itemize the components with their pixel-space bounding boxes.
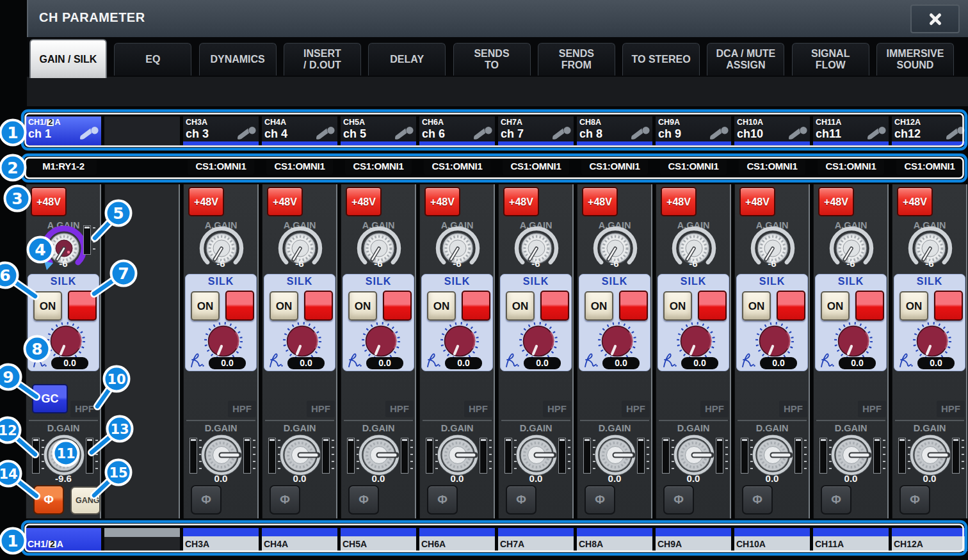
channel-name-box[interactable]: CH11A ch11 <box>813 116 889 145</box>
patch-label[interactable]: CS1:OMNI1 <box>581 158 648 175</box>
patch-label[interactable]: CS1:OMNI1 <box>345 158 412 175</box>
channel-name-box[interactable]: CH5A ch 5 <box>341 116 416 145</box>
hpf-indicator[interactable]: HPF <box>543 401 571 417</box>
channel-select-box[interactable]: CH8A <box>577 528 652 551</box>
hpf-indicator[interactable]: HPF <box>858 401 886 417</box>
channel-name-box[interactable]: CH9A ch 9 <box>656 116 731 145</box>
phase-button[interactable]: Φ <box>742 485 773 515</box>
phantom-48v-button[interactable]: +48V <box>267 187 303 216</box>
silk-texture-button[interactable] <box>383 291 412 321</box>
phase-button[interactable]: Φ <box>821 485 851 515</box>
silk-on-button[interactable]: ON <box>742 291 771 321</box>
silk-texture-knob[interactable] <box>597 321 638 362</box>
phase-button[interactable]: Φ <box>348 485 379 515</box>
phase-button[interactable]: Φ <box>506 485 536 515</box>
digital-gain-knob[interactable] <box>279 434 321 476</box>
digital-gain-knob[interactable] <box>200 434 243 476</box>
phase-button[interactable]: Φ <box>33 485 64 515</box>
digital-gain-knob[interactable] <box>673 434 715 476</box>
patch-label[interactable]: CS1:OMNI1 <box>896 158 963 175</box>
phantom-48v-button[interactable]: +48V <box>503 187 539 216</box>
patch-label[interactable]: CS1:OMNI1 <box>188 158 254 175</box>
silk-texture-button[interactable] <box>855 291 884 321</box>
silk-on-button[interactable]: ON <box>821 291 850 321</box>
silk-texture-button[interactable] <box>462 291 490 321</box>
silk-texture-button[interactable] <box>698 291 727 321</box>
phantom-48v-button[interactable]: +48V <box>424 187 460 216</box>
hpf-indicator[interactable]: HPF <box>779 401 807 417</box>
silk-texture-knob[interactable] <box>439 321 480 362</box>
phantom-48v-button[interactable]: +48V <box>346 187 382 216</box>
phantom-48v-button[interactable]: +48V <box>582 187 618 216</box>
channel-name-box[interactable]: CH3A ch 3 <box>183 116 259 145</box>
phase-button[interactable]: Φ <box>270 485 300 515</box>
channel-select-box[interactable]: CH3A <box>183 528 259 551</box>
patch-label[interactable]: CS1:OMNI1 <box>818 158 884 175</box>
silk-texture-knob[interactable] <box>360 321 401 362</box>
silk-on-button[interactable]: ON <box>191 291 220 321</box>
silk-texture-button[interactable] <box>619 291 648 321</box>
silk-texture-knob[interactable] <box>203 321 244 362</box>
channel-select-box[interactable]: CH4A <box>262 528 337 551</box>
hpf-indicator[interactable]: HPF <box>307 401 335 417</box>
channel-name-box[interactable]: CH7A ch 7 <box>498 116 574 145</box>
patch-label[interactable]: M1:RY1-2 <box>30 158 97 175</box>
channel-name-box[interactable]: CH4A ch 4 <box>262 116 337 145</box>
channel-select-box[interactable]: CH10A <box>734 528 810 551</box>
silk-texture-button[interactable] <box>68 291 97 321</box>
patch-label[interactable]: CS1:OMNI1 <box>660 158 727 175</box>
hpf-indicator[interactable]: HPF <box>228 401 256 417</box>
phase-button[interactable]: Φ <box>427 485 458 515</box>
hpf-indicator[interactable]: HPF <box>70 401 99 417</box>
patch-label[interactable]: CS1:OMNI1 <box>503 158 569 175</box>
digital-gain-knob[interactable] <box>43 434 85 476</box>
channel-select-box[interactable]: CH5A <box>341 528 416 551</box>
patch-label[interactable]: CS1:OMNI1 <box>739 158 805 175</box>
silk-texture-knob[interactable] <box>45 321 86 362</box>
silk-texture-button[interactable] <box>777 291 805 321</box>
silk-on-button[interactable]: ON <box>899 291 928 321</box>
hpf-indicator[interactable]: HPF <box>937 401 965 417</box>
hpf-indicator[interactable]: HPF <box>385 401 414 417</box>
digital-gain-knob[interactable] <box>830 434 873 476</box>
digital-gain-knob[interactable] <box>594 434 636 476</box>
phantom-48v-button[interactable]: +48V <box>31 187 67 216</box>
gain-compensation-button[interactable]: GC <box>32 384 68 413</box>
phantom-48v-button[interactable]: +48V <box>739 187 775 216</box>
silk-texture-button[interactable] <box>540 291 569 321</box>
phase-button[interactable]: Φ <box>899 485 930 515</box>
digital-gain-knob[interactable] <box>358 434 400 476</box>
digital-gain-knob[interactable] <box>515 434 558 476</box>
channel-name-box[interactable] <box>104 116 180 145</box>
hpf-indicator[interactable]: HPF <box>464 401 492 417</box>
phase-button[interactable]: Φ <box>191 485 222 515</box>
silk-texture-button[interactable] <box>225 291 254 321</box>
channel-name-box[interactable]: CH12A ch12 <box>892 116 967 145</box>
silk-texture-button[interactable] <box>304 291 333 321</box>
silk-texture-knob[interactable] <box>282 321 323 362</box>
phantom-48v-button[interactable]: +48V <box>897 187 933 216</box>
gang-button[interactable]: GANG <box>70 486 101 515</box>
channel-select-box[interactable]: CH11A <box>813 528 889 551</box>
channel-select-box[interactable]: CH1/2A <box>26 528 101 551</box>
channel-name-box[interactable]: CH6A ch 6 <box>419 116 495 145</box>
silk-on-button[interactable]: ON <box>270 291 298 321</box>
silk-texture-knob[interactable] <box>518 321 559 362</box>
channel-select-box[interactable]: CH12A <box>892 528 967 551</box>
silk-on-button[interactable]: ON <box>506 291 535 321</box>
silk-on-button[interactable]: ON <box>33 291 62 321</box>
channel-select-box[interactable]: CH7A <box>498 528 574 551</box>
silk-texture-knob[interactable] <box>833 321 874 362</box>
hpf-indicator[interactable]: HPF <box>622 401 650 417</box>
silk-on-button[interactable]: ON <box>427 291 456 321</box>
phase-button[interactable]: Φ <box>663 485 694 515</box>
channel-select-box[interactable]: CH6A <box>419 528 495 551</box>
silk-on-button[interactable]: ON <box>663 291 692 321</box>
phantom-48v-button[interactable]: +48V <box>188 187 224 216</box>
silk-texture-knob[interactable] <box>912 321 953 362</box>
channel-select-box[interactable]: CH9A <box>656 528 731 551</box>
channel-name-box[interactable]: CH1/2A ch 1 <box>26 116 101 145</box>
channel-select-box[interactable] <box>104 528 180 551</box>
hpf-indicator[interactable]: HPF <box>700 401 729 417</box>
channel-name-box[interactable]: CH10A ch10 <box>734 116 810 145</box>
